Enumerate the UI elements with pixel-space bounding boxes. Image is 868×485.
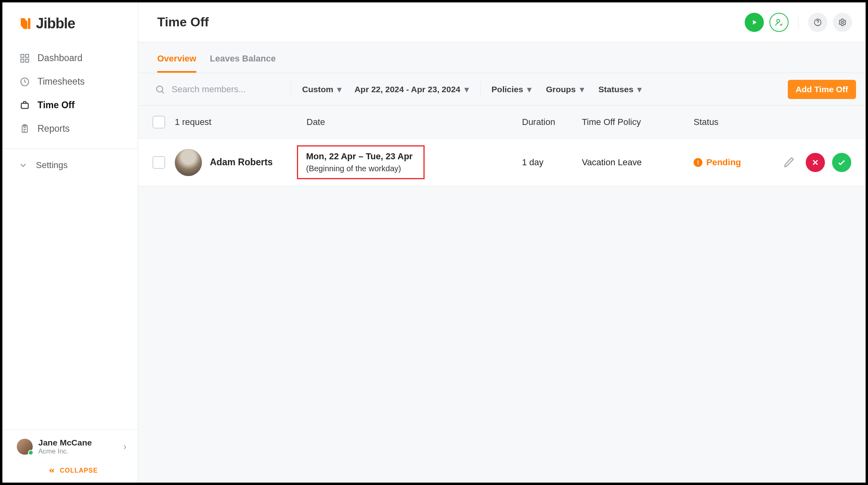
filter-label: Custom [302, 85, 333, 94]
help-icon [813, 18, 822, 27]
status-text: Pending [706, 157, 741, 168]
play-button[interactable] [745, 13, 764, 32]
caret-down-icon: ▾ [580, 85, 584, 94]
brand-name: Jibble [36, 15, 75, 32]
user-card[interactable]: Jane McCane Acme Inc. › [2, 430, 138, 461]
caret-down-icon: ▾ [637, 85, 642, 94]
collapse-button[interactable]: COLLAPSE [2, 461, 138, 483]
close-icon [811, 158, 820, 167]
row-actions [773, 153, 851, 172]
filter-label: Statuses [599, 85, 634, 94]
user-check-icon [775, 18, 783, 27]
tab-label: Overview [157, 53, 196, 63]
user-meta: Jane McCane Acme Inc. [38, 438, 118, 455]
divider [480, 81, 480, 97]
content: Overview Leaves Balance Custom ▾ Apr 22,… [138, 42, 866, 483]
sidebar-footer: Jane McCane Acme Inc. › COLLAPSE [2, 430, 138, 483]
grid-icon [18, 53, 31, 63]
user-check-button[interactable] [769, 13, 789, 32]
brand-mark-icon [18, 16, 33, 31]
sidebar-item-label: Time Off [38, 100, 75, 111]
policy-text: Vacation Leave [582, 157, 694, 168]
search-box [152, 84, 282, 95]
member-name: Adam Roberts [210, 157, 273, 168]
presence-dot-icon [28, 450, 34, 455]
add-time-off-button[interactable]: Add Time Off [788, 80, 856, 99]
approve-button[interactable] [832, 153, 851, 172]
sidebar-item-settings[interactable]: Settings [2, 153, 138, 178]
chevron-right-icon: › [123, 441, 127, 452]
filter-row: Custom ▾ Apr 22, 2024 - Apr 23, 2024 ▾ P… [138, 73, 866, 106]
sidebar-item-label: Timesheets [38, 76, 85, 87]
table-row[interactable]: Adam Roberts Mon, 22 Apr – Tue, 23 Apr (… [138, 139, 866, 186]
tab-label: Leaves Balance [210, 53, 276, 63]
sidebar-item-dashboard[interactable]: Dashboard [2, 46, 138, 70]
divider [291, 81, 291, 97]
page-title: Time Off [157, 15, 209, 30]
policies-dropdown[interactable]: Policies ▾ [489, 81, 534, 97]
svg-rect-0 [21, 54, 24, 57]
edit-button[interactable] [779, 153, 799, 172]
sidebar-item-time-off[interactable]: Time Off [2, 93, 138, 117]
filter-label: Groups [546, 85, 576, 94]
play-icon [750, 18, 758, 26]
highlight-box: Mon, 22 Apr – Tue, 23 Apr (Beginning of … [297, 145, 425, 179]
svg-rect-2 [21, 59, 24, 62]
svg-point-10 [817, 24, 818, 24]
collapse-label: COLLAPSE [60, 467, 98, 474]
caret-down-icon: ▾ [337, 85, 342, 94]
avatar [175, 149, 202, 176]
svg-point-11 [841, 21, 844, 24]
column-header-status: Status [694, 117, 773, 127]
duration-text: 1 day [522, 157, 582, 168]
search-input[interactable] [171, 84, 275, 95]
clock-icon [18, 77, 31, 87]
brand-logo: Jibble [2, 2, 138, 42]
caret-down-icon: ▾ [527, 85, 532, 94]
date-range-text: Mon, 22 Apr – Tue, 23 Apr [306, 151, 415, 162]
app-frame: Jibble Dashboard Timesheets Time Off [0, 0, 868, 485]
user-org: Acme Inc. [38, 447, 118, 455]
chevron-down-icon [18, 160, 28, 170]
sidebar-item-reports[interactable]: Reports [2, 117, 138, 141]
divider [2, 148, 138, 149]
svg-point-8 [777, 19, 780, 22]
sidebar-item-label: Settings [36, 160, 68, 170]
pencil-icon [783, 157, 795, 168]
divider [798, 15, 799, 30]
sidebar: Jibble Dashboard Timesheets Time Off [2, 2, 138, 483]
statuses-dropdown[interactable]: Statuses ▾ [596, 81, 645, 97]
caret-down-icon: ▾ [465, 85, 469, 94]
select-all-checkbox[interactable] [152, 116, 165, 129]
date-range-dropdown[interactable]: Apr 22, 2024 - Apr 23, 2024 ▾ [352, 81, 471, 97]
check-icon [837, 158, 846, 167]
settings-button[interactable] [833, 13, 852, 32]
range-type-dropdown[interactable]: Custom ▾ [300, 81, 344, 97]
chevrons-left-icon [48, 467, 56, 475]
sidebar-item-label: Dashboard [38, 53, 83, 63]
sidebar-item-timesheets[interactable]: Timesheets [2, 70, 138, 93]
svg-rect-3 [26, 59, 29, 62]
filter-label: Apr 22, 2024 - Apr 23, 2024 [354, 85, 460, 94]
svg-rect-1 [26, 54, 29, 57]
sidebar-item-label: Reports [38, 123, 70, 134]
tab-leaves-balance[interactable]: Leaves Balance [210, 49, 276, 73]
search-icon [155, 84, 165, 95]
gear-icon [838, 18, 847, 27]
svg-point-12 [156, 86, 162, 92]
row-checkbox[interactable] [152, 156, 165, 169]
date-cell: Mon, 22 Apr – Tue, 23 Apr (Beginning of … [306, 145, 522, 179]
column-header-policy: Time Off Policy [582, 117, 694, 127]
clipboard-icon [18, 124, 31, 134]
date-note-text: (Beginning of the workday) [306, 164, 415, 173]
svg-rect-5 [21, 103, 28, 108]
exclamation-icon: ! [694, 158, 702, 167]
reject-button[interactable] [806, 153, 825, 172]
tabs: Overview Leaves Balance [138, 42, 866, 73]
table-header: 1 request Date Duration Time Off Policy … [138, 106, 866, 139]
tab-overview[interactable]: Overview [157, 49, 196, 73]
groups-dropdown[interactable]: Groups ▾ [544, 81, 587, 97]
help-button[interactable] [808, 13, 827, 32]
status-badge: ! Pending [694, 157, 773, 168]
filter-label: Policies [492, 85, 523, 94]
